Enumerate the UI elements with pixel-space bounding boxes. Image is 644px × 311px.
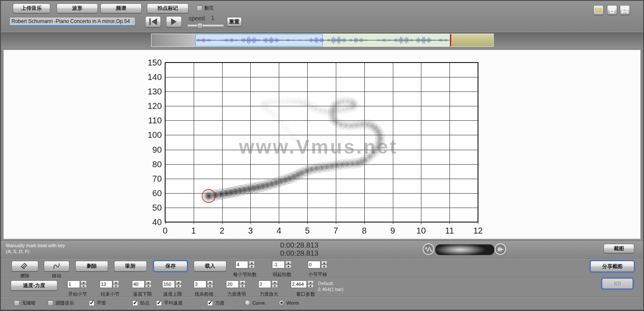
spinner-arrows[interactable]: ▲▼ xyxy=(113,280,119,288)
tempo-worm-chart[interactable] xyxy=(4,50,640,239)
spinner-arrows[interactable]: ▲▼ xyxy=(249,261,255,268)
dynamics-alpha-label: 力度透明 xyxy=(220,291,252,297)
erase-tool-button[interactable] xyxy=(11,261,38,271)
end-bar-input[interactable] xyxy=(100,280,112,288)
rewind-bar-icon xyxy=(149,18,151,25)
spinner-arrows[interactable]: ▲▼ xyxy=(175,280,182,288)
spinner-arrows[interactable]: ▲▼ xyxy=(272,280,278,288)
time-total: 0:00:28.813 xyxy=(272,249,327,257)
eraser-icon xyxy=(21,263,29,269)
pickup-beats-input[interactable] xyxy=(272,261,285,268)
top-toolbar: 上传音乐 波形 频谱 拍点标记 翻页 speed 1 重置 V2 xyxy=(0,0,644,31)
rewind-triangle-icon xyxy=(152,18,157,25)
screenshot-button[interactable]: 截图 xyxy=(604,244,634,253)
speed-label: speed xyxy=(189,15,205,22)
window-param-label: 窗口参数 xyxy=(289,291,323,297)
home-icon xyxy=(609,7,615,13)
tempo-dynamics-mode-button[interactable]: 速度-力度 xyxy=(11,280,57,291)
dynamics-alpha-input[interactable] xyxy=(226,280,239,288)
upload-music-button[interactable]: 上传音乐 xyxy=(13,3,50,13)
spinner-arrows[interactable]: ▲▼ xyxy=(285,261,292,268)
curve-radio[interactable] xyxy=(245,300,250,305)
ioi-button[interactable]: IOI xyxy=(602,278,633,289)
move-tool-button[interactable] xyxy=(44,261,69,271)
reset-button[interactable]: 重置 xyxy=(227,17,242,26)
beat-points-label: 拍点 xyxy=(140,300,149,306)
spinner-arrows[interactable]: ▲▼ xyxy=(307,280,314,288)
speed-slider[interactable] xyxy=(187,24,224,27)
track-title-input[interactable] xyxy=(9,17,135,26)
smooth-label: 平滑 xyxy=(97,300,106,306)
time-display: 0:00:28.813 0:00:28.813 xyxy=(272,241,327,257)
follow-music-label: 跟随音乐 xyxy=(55,300,74,306)
bar-shift-input[interactable] xyxy=(308,261,321,268)
status-bar: Manually mark beat with key (A, S, D, F)… xyxy=(0,240,644,258)
follow-music-checkbox[interactable] xyxy=(48,300,53,306)
mute-toggle-button[interactable] xyxy=(423,243,434,255)
vmus-app-window: 上传音乐 波形 频谱 拍点标记 翻页 speed 1 重置 V2 xyxy=(0,0,644,311)
default-note: Default: 2.464(1 bar) xyxy=(318,280,343,292)
rewind-button[interactable] xyxy=(145,16,161,27)
bar-shift-label: 小节平移 xyxy=(302,271,334,278)
no-click-checkbox[interactable] xyxy=(14,300,20,306)
playhead-cursor[interactable] xyxy=(450,34,451,46)
speed-slider-thumb[interactable] xyxy=(197,23,203,29)
line-width-label: 线条粗细 xyxy=(188,291,220,297)
start-bar-input[interactable] xyxy=(67,280,80,288)
snap-button[interactable]: 吸附 xyxy=(114,261,147,271)
end-bar-label: 结束小节 xyxy=(94,291,126,297)
waveform-squiggle xyxy=(152,34,493,46)
spinner-arrows[interactable]: ▲▼ xyxy=(145,280,152,288)
tempo-min-spinner: ▲▼ xyxy=(132,280,152,288)
speed-value: 1 xyxy=(211,14,215,21)
line-width-input[interactable] xyxy=(194,280,206,288)
spinner-arrows[interactable]: ▲▼ xyxy=(80,280,87,288)
tempo-min-input[interactable] xyxy=(132,280,145,288)
chart-panel xyxy=(3,50,641,239)
bottom-control-panel: 擦除 移动 删除 吸附 保存 载入 ▲▼ 每小节拍数 ▲▼ 弱起拍数 ▲▼ 小节… xyxy=(0,259,644,311)
home-button[interactable] xyxy=(607,5,617,15)
waveform-nav-strip xyxy=(0,32,644,48)
avg-tempo-checkbox[interactable] xyxy=(156,300,162,306)
load-button[interactable]: 载入 xyxy=(194,261,226,271)
row-divider xyxy=(0,278,644,278)
delete-button[interactable]: 删除 xyxy=(75,261,108,271)
avg-tempo-label: 平均速度 xyxy=(164,300,183,306)
bar-shift-spinner: ▲▼ xyxy=(308,261,327,268)
spinner-arrows[interactable]: ▲▼ xyxy=(321,261,327,268)
erase-tool-label: 擦除 xyxy=(11,273,38,279)
beat-points-checkbox[interactable] xyxy=(132,300,138,306)
dynamics-gain-input[interactable] xyxy=(258,280,271,288)
window-param-spinner: ▲▼ xyxy=(291,280,314,288)
fullscreen-icon xyxy=(621,7,628,13)
beat-hint-text: Manually mark beat with key (A, S, D, F) xyxy=(6,243,65,254)
beats-per-bar-input[interactable] xyxy=(235,261,248,268)
tempo-max-input[interactable] xyxy=(162,280,175,288)
line-width-spinner: ▲▼ xyxy=(194,280,213,288)
spinner-arrows[interactable]: ▲▼ xyxy=(239,280,246,288)
volume-slider[interactable] xyxy=(435,244,495,255)
dynamics-checkbox[interactable] xyxy=(207,300,213,306)
move-tool-label: 移动 xyxy=(44,273,69,279)
worm-radio-label: Worm xyxy=(286,300,299,305)
worm-radio[interactable] xyxy=(279,300,284,305)
play-button[interactable] xyxy=(166,16,182,27)
waveform-button[interactable]: 波形 xyxy=(57,3,98,13)
tempo-max-spinner: ▲▼ xyxy=(162,280,182,288)
share-screenshot-button[interactable]: 分享截图 xyxy=(590,261,634,272)
tempo-max-label: 速度上限 xyxy=(157,291,189,297)
smooth-checkbox[interactable] xyxy=(89,300,94,306)
save-button[interactable]: 保存 xyxy=(154,261,187,271)
beat-mark-button[interactable]: 拍点标记 xyxy=(147,3,189,13)
page-flip-checkbox[interactable] xyxy=(197,6,202,11)
window-param-input[interactable] xyxy=(291,280,307,288)
sound-wave-icon xyxy=(425,246,432,252)
fullscreen-button[interactable] xyxy=(620,5,630,15)
waveform-toggle-button[interactable] xyxy=(495,243,506,255)
dynamics-alpha-spinner: ▲▼ xyxy=(226,280,246,288)
tempo-min-label: 速度下限 xyxy=(126,291,158,297)
spinner-arrows[interactable]: ▲▼ xyxy=(207,280,213,288)
waveform-overview[interactable] xyxy=(151,34,494,47)
v2-version-button[interactable]: V2 xyxy=(593,5,604,15)
spectrum-button[interactable]: 频谱 xyxy=(100,3,142,13)
